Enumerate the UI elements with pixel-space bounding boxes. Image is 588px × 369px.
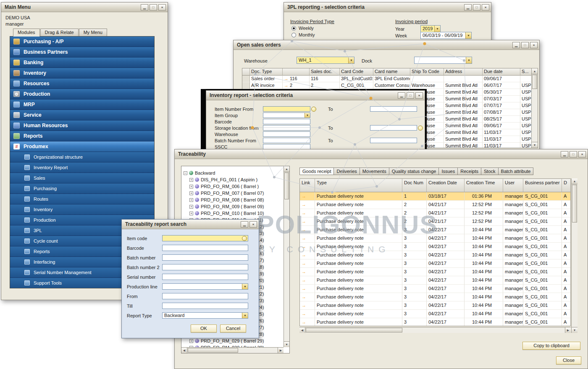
link-arrow-icon[interactable]: → <box>302 202 306 207</box>
chevron-down-icon[interactable]: ▼ <box>242 284 248 289</box>
expand-icon[interactable]: + <box>189 212 193 215</box>
input-till[interactable] <box>162 303 248 309</box>
tree-node-backward[interactable]: −Backward <box>181 170 284 176</box>
maximize-icon[interactable]: □ <box>407 92 414 99</box>
year-combo[interactable]: 2019 ▼ <box>420 25 441 32</box>
radio-monthly[interactable]: Monthly <box>291 32 315 37</box>
scrollbar-thumb[interactable] <box>572 185 577 222</box>
tree-node-prd-fo-rm-006-barrel[interactable]: +PRD_FO_RM_006 ( Barrel ) <box>181 183 284 190</box>
input-batch-number[interactable] <box>162 254 248 261</box>
link-arrow-icon[interactable]: → <box>302 261 306 266</box>
submodule-item-organizational-structure[interactable]: Organizational structure <box>10 152 154 162</box>
table-row[interactable]: →Purchase delivery note304/22/1710:44 PM… <box>300 276 570 285</box>
table-vertical-scrollbar[interactable]: ▲ ▼ <box>571 178 578 333</box>
link-arrow-icon[interactable]: → <box>302 244 306 249</box>
close-icon[interactable]: × <box>249 221 257 228</box>
table-horizontal-scrollbar[interactable]: ◀ ▶ <box>299 327 571 333</box>
vertical-scrollbar[interactable]: ▲ ▼ <box>531 68 538 148</box>
maximize-icon[interactable]: □ <box>473 4 480 10</box>
scroll-left-icon[interactable]: ◀ <box>181 348 187 353</box>
expand-icon[interactable]: + <box>189 185 193 188</box>
cancel-button[interactable]: Cancel <box>220 325 246 332</box>
main-menu-titlebar[interactable]: Main Menu ▁ □ × <box>1 3 168 12</box>
table-row[interactable]: →Purchase delivery note204/21/1712:52 PM… <box>300 201 570 209</box>
input-item-number-from-to[interactable] <box>370 106 417 112</box>
link-arrow-icon[interactable]: → <box>302 252 306 257</box>
tab-my-menu[interactable]: My Menu <box>79 29 107 36</box>
radio-selected-icon[interactable] <box>291 26 296 31</box>
submodule-item-inventory-report[interactable]: Inventory Report <box>10 162 154 173</box>
input-item-number-from[interactable] <box>263 106 310 112</box>
link-arrow-icon[interactable]: → <box>302 219 306 224</box>
selection-list-icon[interactable] <box>242 236 247 241</box>
link-arrow-icon[interactable]: → <box>284 83 289 88</box>
tree-node-prd-fo-rm-007-barrel-07[interactable]: +PRD_FO_RM_007 ( Barrel 07) <box>181 190 284 196</box>
tab-modules[interactable]: Modules <box>13 29 40 37</box>
minimize-icon[interactable]: ▁ <box>464 4 472 10</box>
tree-node-prd-fo-rm-030-barrel-30[interactable]: +PRD_FO_RM_030 ( Barrel 30) <box>181 344 284 347</box>
link-arrow-icon[interactable]: → <box>284 76 289 81</box>
input-batch-number-from[interactable] <box>263 138 310 143</box>
input-warehouse[interactable] <box>263 131 310 137</box>
search-titlebar[interactable]: Traceability report search ▁ × <box>122 220 259 229</box>
input-storage-location-from-to[interactable] <box>370 125 417 131</box>
module-item-reports[interactable]: Reports <box>10 131 154 141</box>
table-row[interactable]: →Purchase delivery note304/22/1710:44 PM… <box>300 285 570 293</box>
scroll-up-icon[interactable]: ▲ <box>572 178 578 184</box>
tab-drag-relate[interactable]: Drag & Relate <box>40 29 79 36</box>
scroll-up-icon[interactable]: ▲ <box>532 68 538 74</box>
table-row[interactable]: Sales order→1161163PL_EndCust013PL End C… <box>242 76 538 82</box>
maximize-icon[interactable]: □ <box>521 42 529 48</box>
scroll-up-icon[interactable]: ▲ <box>284 166 289 172</box>
copy-to-clipboard-button[interactable]: Copy to clipboard <box>522 342 580 350</box>
table-row[interactable]: →Purchase delivery note304/22/1710:44 PM… <box>300 310 570 318</box>
expand-icon[interactable]: + <box>189 205 193 209</box>
tree-vertical-scrollbar[interactable]: ▲ ▼ <box>284 166 289 347</box>
close-button[interactable]: Close <box>556 356 581 364</box>
expand-icon[interactable]: + <box>189 178 193 182</box>
input-production-line[interactable]: ▼ <box>162 283 248 290</box>
table-row[interactable]: →Purchase delivery note304/22/1710:44 PM… <box>300 293 570 301</box>
tree-horizontal-scrollbar[interactable]: ◀ ▶ <box>181 347 284 353</box>
radio-icon[interactable] <box>291 33 296 37</box>
tree-node-prd-fo-rm-008-barrel-08[interactable]: +PRD_FO_RM_008 ( Barrel 08) <box>181 196 284 203</box>
tab-batch-attribute[interactable]: Batch attribute <box>499 167 534 175</box>
chevron-down-icon[interactable]: ▼ <box>242 313 248 318</box>
expand-icon[interactable]: + <box>189 191 193 195</box>
close-icon[interactable]: × <box>530 42 538 48</box>
table-row[interactable]: →Purchase delivery note304/22/1710:44 PM… <box>300 251 570 259</box>
input-from[interactable] <box>162 293 248 299</box>
table-row[interactable]: →Purchase delivery note304/22/1710:44 PM… <box>300 318 570 326</box>
module-item-service[interactable]: Service <box>10 110 154 120</box>
expand-icon[interactable]: + <box>189 339 193 343</box>
link-arrow-icon[interactable]: → <box>302 236 306 241</box>
link-arrow-icon[interactable]: → <box>302 269 306 274</box>
chevron-down-icon[interactable]: ▼ <box>466 57 472 63</box>
table-row[interactable]: →Purchase delivery note304/22/1710:44 PM… <box>300 234 570 243</box>
warehouse-combo[interactable]: WH_1 ▼ <box>297 57 354 64</box>
minimize-icon[interactable]: ▁ <box>241 221 248 228</box>
maximize-icon[interactable]: □ <box>570 151 577 157</box>
scrollbar-thumb[interactable] <box>188 348 238 353</box>
module-item-resources[interactable]: Resources <box>10 79 154 89</box>
collapse-icon[interactable]: − <box>184 171 187 175</box>
table-row[interactable]: A/R invoice→22C_CG_001Customer ConsuWare… <box>242 82 538 89</box>
scroll-down-icon[interactable]: ▼ <box>284 341 289 347</box>
chevron-down-icon[interactable]: ▼ <box>434 26 440 32</box>
table-row[interactable]: →Purchase delivery note304/22/1710:44 PM… <box>300 268 570 276</box>
minimize-icon[interactable]: ▁ <box>398 92 405 99</box>
module-item-banking[interactable]: Banking <box>10 58 154 68</box>
input-batch-number-from-to[interactable] <box>370 138 417 143</box>
tab-issues[interactable]: Issues <box>439 167 458 175</box>
link-arrow-icon[interactable]: → <box>302 311 306 316</box>
minimize-icon[interactable]: ▁ <box>141 4 148 10</box>
link-arrow-icon[interactable]: → <box>302 294 306 299</box>
link-arrow-icon[interactable]: → <box>302 227 306 232</box>
minimize-icon[interactable]: ▁ <box>561 151 568 157</box>
tree-node-dis-ph-fg-001-aspirin[interactable]: +DIS_PH_FG_001 ( Aspirin ) <box>181 176 284 183</box>
module-item-purchasing-a-p[interactable]: Purchasing - A/P <box>10 37 154 47</box>
link-arrow-icon[interactable]: → <box>302 194 306 199</box>
table-row[interactable]: →Purchase delivery note304/22/1710:44 PM… <box>300 243 570 251</box>
traceability-titlebar[interactable]: Traceability ▁ □ × <box>175 149 588 159</box>
input-serial-number[interactable] <box>162 274 248 280</box>
